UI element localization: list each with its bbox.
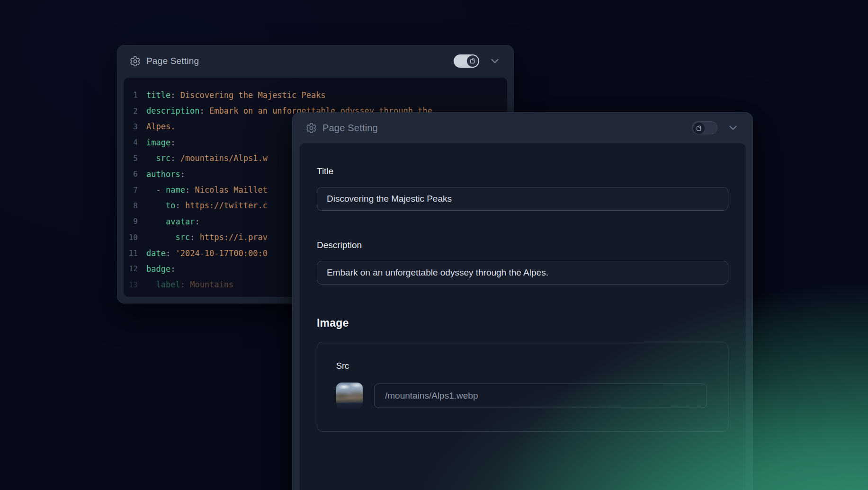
gear-icon [130,56,141,67]
code-panel-header: Page Setting [117,45,513,77]
mountain-thumbnail-image [336,383,363,409]
line-text: badge: [146,264,175,274]
gear-icon [306,123,317,134]
panel-title: Page Setting [146,56,199,66]
toggle-knob [467,55,478,67]
page-setting-form-panel: Page Setting Title Description Image [292,112,753,490]
title-label: Title [317,166,728,177]
screenshot-stage: Page Setting 1title: Discovering the Maj… [0,0,868,490]
line-text: image: [146,138,175,147]
line-number: 8 [124,201,146,210]
line-text: authors: [146,169,185,179]
chevron-down-icon[interactable] [489,55,501,67]
src-label: Src [336,361,707,371]
line-number: 6 [124,169,146,178]
line-text: src: /mountains/Alps1.w [146,153,268,163]
line-text: - name: Nicolas Maillet [146,185,268,195]
form-panel-header: Page Setting [293,113,752,143]
title-input[interactable] [317,187,728,211]
image-card: Src [317,342,728,432]
description-label: Description [317,240,728,250]
line-number: 10 [124,233,146,242]
image-section-heading: Image [317,317,728,330]
code-line: 1title: Discovering the Majestic Peaks [124,87,507,103]
line-text: src: https://i.prav [146,232,268,242]
line-text: Alpes. [146,122,175,131]
image-src-input[interactable] [374,383,707,408]
line-number: 13 [124,280,146,289]
code-block-icon [695,125,703,132]
line-number: 5 [124,154,146,163]
line-text: date: '2024-10-17T00:00:0 [146,249,268,258]
line-number: 1 [124,90,146,99]
line-number: 2 [124,107,146,116]
line-text: to: https://twitter.c [146,201,268,210]
line-number: 9 [124,217,146,226]
chevron-down-icon[interactable] [727,122,739,134]
line-number: 11 [124,249,146,258]
line-number: 7 [124,186,146,195]
line-number: 4 [124,138,146,147]
form-body: Title Description Image Src [299,143,746,490]
description-input[interactable] [317,261,728,285]
line-number: 3 [124,122,146,131]
code-block-icon [469,57,476,65]
line-text: avatar: [146,217,200,226]
src-row [336,383,707,409]
code-view-toggle[interactable] [454,54,479,68]
line-number: 12 [124,264,146,273]
line-text: label: Mountains [146,280,233,289]
panel-title: Page Setting [322,123,378,134]
code-view-toggle[interactable] [692,121,717,134]
line-text: title: Discovering the Majestic Peaks [146,90,326,100]
toggle-knob [693,123,705,134]
